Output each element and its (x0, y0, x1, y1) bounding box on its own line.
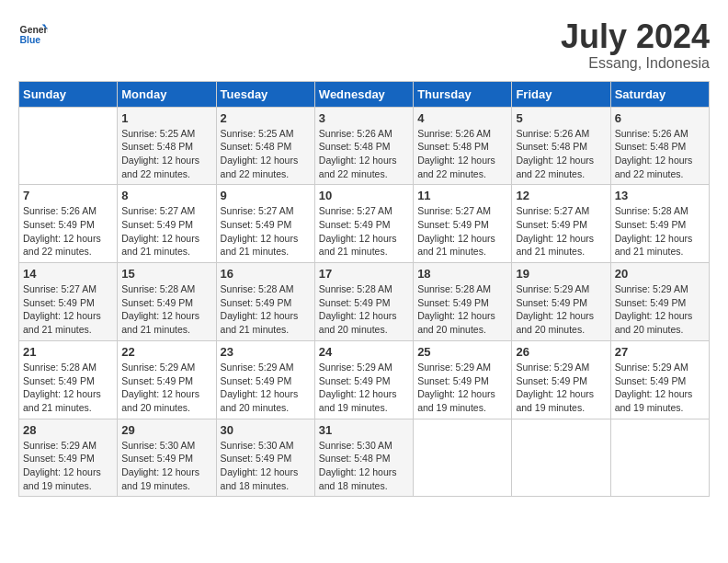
header-friday: Friday (512, 81, 610, 107)
day-info: Sunrise: 5:27 AM Sunset: 5:49 PM Dayligh… (417, 204, 507, 259)
day-number: 1 (121, 111, 211, 125)
calendar-cell: 15Sunrise: 5:28 AM Sunset: 5:49 PM Dayli… (118, 263, 216, 341)
day-number: 19 (516, 267, 606, 281)
calendar-cell: 17Sunrise: 5:28 AM Sunset: 5:49 PM Dayli… (314, 263, 413, 341)
calendar-cell: 27Sunrise: 5:29 AM Sunset: 5:49 PM Dayli… (610, 340, 709, 419)
day-info: Sunrise: 5:30 AM Sunset: 5:48 PM Dayligh… (319, 439, 409, 493)
calendar-table: SundayMondayTuesdayWednesdayThursdayFrid… (18, 81, 710, 498)
calendar-cell: 11Sunrise: 5:27 AM Sunset: 5:49 PM Dayli… (414, 185, 512, 263)
calendar-cell: 25Sunrise: 5:29 AM Sunset: 5:49 PM Dayli… (414, 340, 512, 419)
day-info: Sunrise: 5:27 AM Sunset: 5:49 PM Dayligh… (516, 204, 606, 259)
calendar-cell: 20Sunrise: 5:29 AM Sunset: 5:49 PM Dayli… (610, 263, 709, 341)
calendar-cell: 22Sunrise: 5:29 AM Sunset: 5:49 PM Dayli… (118, 340, 216, 419)
calendar-cell (610, 419, 709, 497)
day-info: Sunrise: 5:28 AM Sunset: 5:49 PM Dayligh… (121, 282, 211, 337)
day-number: 25 (417, 345, 507, 359)
day-info: Sunrise: 5:28 AM Sunset: 5:49 PM Dayligh… (319, 282, 409, 337)
day-number: 10 (319, 189, 409, 202)
calendar-week-row: 28Sunrise: 5:29 AM Sunset: 5:49 PM Dayli… (19, 419, 710, 497)
svg-text:General: General (20, 25, 48, 35)
day-number: 2 (221, 111, 311, 125)
day-number: 6 (615, 111, 705, 125)
day-info: Sunrise: 5:27 AM Sunset: 5:49 PM Dayligh… (121, 204, 211, 259)
calendar-cell (19, 107, 118, 185)
day-number: 12 (516, 189, 606, 202)
day-number: 16 (221, 267, 311, 281)
header-thursday: Thursday (414, 81, 512, 107)
calendar-cell: 8Sunrise: 5:27 AM Sunset: 5:49 PM Daylig… (118, 185, 216, 263)
day-info: Sunrise: 5:28 AM Sunset: 5:49 PM Dayligh… (615, 204, 705, 259)
calendar-cell: 28Sunrise: 5:29 AM Sunset: 5:49 PM Dayli… (19, 419, 118, 497)
logo-icon: General Blue (18, 18, 48, 48)
day-info: Sunrise: 5:26 AM Sunset: 5:48 PM Dayligh… (417, 127, 507, 181)
logo: General Blue (18, 18, 48, 48)
calendar-header-row: SundayMondayTuesdayWednesdayThursdayFrid… (19, 81, 710, 107)
day-info: Sunrise: 5:28 AM Sunset: 5:49 PM Dayligh… (417, 282, 507, 337)
day-number: 18 (417, 267, 507, 281)
day-number: 23 (221, 345, 311, 359)
day-info: Sunrise: 5:27 AM Sunset: 5:49 PM Dayligh… (319, 204, 409, 259)
day-number: 21 (23, 345, 113, 359)
calendar-cell: 21Sunrise: 5:28 AM Sunset: 5:49 PM Dayli… (19, 340, 118, 419)
day-info: Sunrise: 5:27 AM Sunset: 5:49 PM Dayligh… (221, 204, 311, 259)
header-wednesday: Wednesday (314, 81, 413, 107)
day-number: 14 (23, 267, 113, 281)
title-block: July 2024 Essang, Indonesia (561, 18, 710, 72)
day-info: Sunrise: 5:29 AM Sunset: 5:49 PM Dayligh… (319, 361, 409, 415)
calendar-cell (512, 419, 610, 497)
calendar-cell: 9Sunrise: 5:27 AM Sunset: 5:49 PM Daylig… (216, 185, 314, 263)
day-number: 27 (615, 345, 705, 359)
calendar-week-row: 21Sunrise: 5:28 AM Sunset: 5:49 PM Dayli… (19, 340, 710, 419)
day-info: Sunrise: 5:27 AM Sunset: 5:49 PM Dayligh… (23, 282, 113, 337)
calendar-cell: 13Sunrise: 5:28 AM Sunset: 5:49 PM Dayli… (610, 185, 709, 263)
day-number: 13 (615, 189, 705, 202)
header-saturday: Saturday (610, 81, 709, 107)
day-info: Sunrise: 5:29 AM Sunset: 5:49 PM Dayligh… (615, 361, 705, 415)
day-number: 28 (23, 423, 113, 437)
day-number: 7 (23, 189, 113, 202)
header-tuesday: Tuesday (216, 81, 314, 107)
day-info: Sunrise: 5:26 AM Sunset: 5:49 PM Dayligh… (23, 204, 113, 259)
calendar-cell: 14Sunrise: 5:27 AM Sunset: 5:49 PM Dayli… (19, 263, 118, 341)
calendar-cell: 30Sunrise: 5:30 AM Sunset: 5:49 PM Dayli… (216, 419, 314, 497)
calendar-cell: 4Sunrise: 5:26 AM Sunset: 5:48 PM Daylig… (414, 107, 512, 185)
day-number: 31 (319, 423, 409, 437)
day-info: Sunrise: 5:29 AM Sunset: 5:49 PM Dayligh… (516, 282, 606, 337)
page-header: General Blue July 2024 Essang, Indonesia (18, 18, 710, 72)
calendar-cell: 1Sunrise: 5:25 AM Sunset: 5:48 PM Daylig… (118, 107, 216, 185)
calendar-week-row: 1Sunrise: 5:25 AM Sunset: 5:48 PM Daylig… (19, 107, 710, 185)
svg-text:Blue: Blue (20, 35, 41, 45)
calendar-cell: 7Sunrise: 5:26 AM Sunset: 5:49 PM Daylig… (19, 185, 118, 263)
calendar-cell (414, 419, 512, 497)
day-info: Sunrise: 5:30 AM Sunset: 5:49 PM Dayligh… (121, 439, 211, 493)
day-info: Sunrise: 5:26 AM Sunset: 5:48 PM Dayligh… (319, 127, 409, 181)
calendar-week-row: 7Sunrise: 5:26 AM Sunset: 5:49 PM Daylig… (19, 185, 710, 263)
day-number: 4 (417, 111, 507, 125)
calendar-cell: 6Sunrise: 5:26 AM Sunset: 5:48 PM Daylig… (610, 107, 709, 185)
header-sunday: Sunday (19, 81, 118, 107)
day-info: Sunrise: 5:25 AM Sunset: 5:48 PM Dayligh… (121, 127, 211, 181)
calendar-cell: 31Sunrise: 5:30 AM Sunset: 5:48 PM Dayli… (314, 419, 413, 497)
day-info: Sunrise: 5:29 AM Sunset: 5:49 PM Dayligh… (417, 361, 507, 415)
day-info: Sunrise: 5:26 AM Sunset: 5:48 PM Dayligh… (615, 127, 705, 181)
day-info: Sunrise: 5:26 AM Sunset: 5:48 PM Dayligh… (516, 127, 606, 181)
day-info: Sunrise: 5:29 AM Sunset: 5:49 PM Dayligh… (221, 361, 311, 415)
day-info: Sunrise: 5:29 AM Sunset: 5:49 PM Dayligh… (121, 361, 211, 415)
day-number: 15 (121, 267, 211, 281)
day-number: 29 (121, 423, 211, 437)
calendar-cell: 29Sunrise: 5:30 AM Sunset: 5:49 PM Dayli… (118, 419, 216, 497)
day-number: 26 (516, 345, 606, 359)
calendar-cell: 10Sunrise: 5:27 AM Sunset: 5:49 PM Dayli… (314, 185, 413, 263)
day-info: Sunrise: 5:28 AM Sunset: 5:49 PM Dayligh… (221, 282, 311, 337)
day-number: 8 (121, 189, 211, 202)
day-number: 11 (417, 189, 507, 202)
day-number: 5 (516, 111, 606, 125)
header-monday: Monday (118, 81, 216, 107)
calendar-cell: 19Sunrise: 5:29 AM Sunset: 5:49 PM Dayli… (512, 263, 610, 341)
calendar-cell: 24Sunrise: 5:29 AM Sunset: 5:49 PM Dayli… (314, 340, 413, 419)
day-number: 20 (615, 267, 705, 281)
calendar-cell: 16Sunrise: 5:28 AM Sunset: 5:49 PM Dayli… (216, 263, 314, 341)
day-number: 22 (121, 345, 211, 359)
day-info: Sunrise: 5:29 AM Sunset: 5:49 PM Dayligh… (516, 361, 606, 415)
calendar-cell: 12Sunrise: 5:27 AM Sunset: 5:49 PM Dayli… (512, 185, 610, 263)
